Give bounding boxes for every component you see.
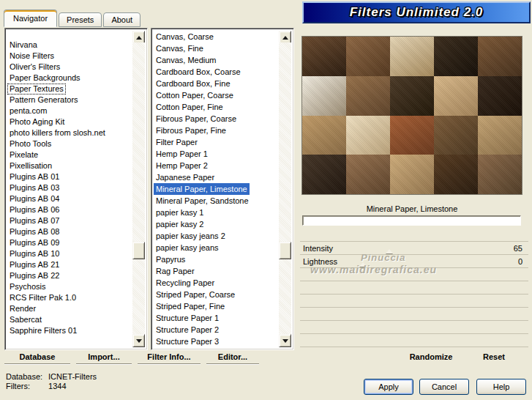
list-item[interactable]: RCS Filter Pak 1.0 xyxy=(7,292,78,303)
import-button[interactable]: Import... xyxy=(76,352,132,364)
scroll-down-button[interactable] xyxy=(279,334,291,347)
list-item[interactable]: Striped Paper, Fine xyxy=(154,300,227,312)
list-item[interactable]: Structure Paper 2 xyxy=(154,324,221,336)
list-item[interactable]: Pattern Generators xyxy=(7,95,80,105)
down-arrow-icon xyxy=(282,339,288,346)
list-item[interactable]: Plugins AB 03 xyxy=(7,182,62,193)
param-slider[interactable] xyxy=(361,255,487,267)
reset-button[interactable]: Reset xyxy=(474,352,514,363)
tab-about[interactable]: About xyxy=(103,12,141,27)
param-name: Lightness xyxy=(300,257,361,266)
list-item[interactable]: Striped Paper, Coarse xyxy=(154,289,237,300)
up-arrow-icon xyxy=(136,33,142,40)
preview-texture-cell xyxy=(434,116,478,155)
list-item[interactable]: Papyrus xyxy=(154,253,187,265)
list-item[interactable]: Rag Paper xyxy=(154,265,197,277)
slider-thumb[interactable] xyxy=(359,259,367,267)
params-table: Intensity65Lightness0 xyxy=(300,241,528,347)
list-item[interactable]: Cotton Paper, Fine xyxy=(154,101,225,113)
list-item[interactable]: Plugins AB 06 xyxy=(7,204,62,215)
preview-texture-cell xyxy=(390,116,434,155)
status-database-label: Database: xyxy=(6,372,46,381)
title-banner: Filters Unlimited 2.0 xyxy=(302,1,531,23)
list-item[interactable]: Cardboard Box, Fine xyxy=(154,78,233,89)
preview-image[interactable] xyxy=(302,37,522,194)
param-row xyxy=(300,268,528,281)
list-item[interactable]: Fibrous Paper, Fine xyxy=(154,125,228,136)
list-item[interactable]: Cardboard Box, Coarse xyxy=(154,66,243,78)
list-item[interactable]: Hemp Paper 2 xyxy=(154,160,210,171)
list-item[interactable]: Plugins AB 01 xyxy=(7,171,62,182)
list-item[interactable]: papier kasy jeans xyxy=(154,242,221,253)
list-item[interactable]: Plugins AB 10 xyxy=(7,248,62,259)
list-item[interactable]: Psychosis xyxy=(7,281,48,292)
list-item[interactable]: Canvas, Medium xyxy=(154,54,219,66)
scrollbar-thumb[interactable] xyxy=(279,242,291,259)
list-item[interactable]: penta.com xyxy=(7,105,49,116)
preview-texture-cell xyxy=(346,155,390,194)
list-item[interactable]: Paper Backgrounds xyxy=(7,73,83,84)
preview-texture-cell xyxy=(478,116,522,155)
list-item[interactable]: Paper Textures xyxy=(7,84,66,95)
editor-button[interactable]: Editor... xyxy=(206,352,259,364)
cancel-button[interactable]: Cancel xyxy=(419,379,469,395)
list-item[interactable]: photo killers from slosh.net xyxy=(7,127,108,138)
param-row[interactable]: Lightness0 xyxy=(300,255,528,268)
param-slider xyxy=(361,334,487,347)
list-item[interactable]: Oliver's Filters xyxy=(7,62,62,73)
preview-texture-cell xyxy=(390,37,434,76)
list-item[interactable]: Plugins AB 08 xyxy=(7,226,62,237)
tab-navigator[interactable]: Navigator xyxy=(4,10,57,27)
param-slider xyxy=(361,281,487,294)
list-item[interactable]: Canvas, Fine xyxy=(154,42,206,54)
preview-caption: Mineral Paper, Limestone xyxy=(302,204,522,213)
status-filters-value: 1344 xyxy=(48,382,66,390)
list-item[interactable]: Pixellisation xyxy=(7,160,54,171)
list-item[interactable]: Mineral Paper, Limestone xyxy=(154,183,250,195)
list-item[interactable]: Render xyxy=(7,303,38,314)
param-row[interactable]: Intensity65 xyxy=(300,242,528,255)
list-item[interactable]: Plugins AB 04 xyxy=(7,193,62,204)
scrollbar-thumb[interactable] xyxy=(132,242,145,259)
list-item[interactable]: Plugins AB 21 xyxy=(7,259,62,270)
list-item[interactable]: Japanese Paper xyxy=(154,171,217,183)
list-item[interactable]: papier kasy 1 xyxy=(154,207,206,218)
tab-presets-label: Presets xyxy=(67,15,94,24)
down-arrow-icon xyxy=(136,339,142,346)
list-item[interactable]: Canvas, Coarse xyxy=(154,31,216,42)
param-slider[interactable] xyxy=(361,242,487,254)
help-button[interactable]: Help xyxy=(476,379,526,395)
scroll-down-button[interactable] xyxy=(132,334,145,347)
list-item[interactable]: Hemp Paper 1 xyxy=(154,148,210,160)
list-item[interactable]: Cotton Paper, Coarse xyxy=(154,89,236,101)
list-item[interactable]: Plugins AB 22 xyxy=(7,270,62,281)
scrollbar-track[interactable] xyxy=(132,42,145,336)
preview-texture-cell xyxy=(434,37,478,76)
preview-texture-cell xyxy=(302,116,346,155)
apply-button[interactable]: Apply xyxy=(364,379,413,395)
list-item[interactable]: Noise Filters xyxy=(7,51,56,62)
scrollbar-track[interactable] xyxy=(279,42,291,336)
list-item[interactable]: Structure Paper 1 xyxy=(154,312,221,324)
list-item[interactable]: Filter Paper xyxy=(154,136,200,148)
list-item[interactable]: Photo Tools xyxy=(7,138,53,149)
list-item[interactable]: Plugins AB 07 xyxy=(7,215,62,226)
list-item[interactable]: Mineral Paper, Sandstone xyxy=(154,195,251,207)
database-button[interactable]: Database xyxy=(4,352,70,364)
list-item[interactable]: Nirvana xyxy=(7,40,40,51)
list-item[interactable]: papier kasy jeans 2 xyxy=(154,230,228,242)
list-item[interactable]: Sapphire Filters 01 xyxy=(7,325,79,336)
list-item[interactable]: Pixelate xyxy=(7,149,40,160)
preview-texture-cell xyxy=(346,37,390,76)
tab-presets[interactable]: Presets xyxy=(59,12,102,27)
slider-thumb[interactable] xyxy=(386,245,393,253)
list-item[interactable]: Plugins AB 09 xyxy=(7,237,62,248)
list-item[interactable]: Structure Paper 3 xyxy=(154,336,221,347)
list-item[interactable]: Fibrous Paper, Coarse xyxy=(154,113,239,125)
randomize-button[interactable]: Randomize xyxy=(400,352,462,363)
list-item[interactable]: Sabercat xyxy=(7,314,44,325)
list-item[interactable]: papier kasy 2 xyxy=(154,218,206,230)
list-item[interactable]: Recycling Paper xyxy=(154,277,217,289)
filter-info-button[interactable]: Filter Info... xyxy=(138,352,201,364)
list-item[interactable]: Photo Aging Kit xyxy=(7,116,67,127)
